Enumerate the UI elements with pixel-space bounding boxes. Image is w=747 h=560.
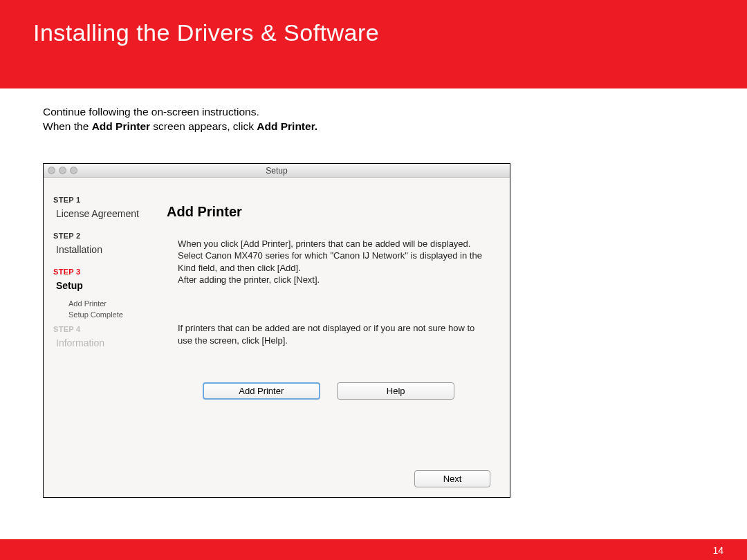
step-2-label: STEP 2 bbox=[53, 232, 146, 240]
body-area: Continue following the on-screen instruc… bbox=[0, 88, 747, 498]
minimize-icon[interactable] bbox=[59, 167, 66, 174]
traffic-lights bbox=[48, 167, 77, 174]
wizard-sidebar: STEP 1 License Agreement STEP 2 Installa… bbox=[44, 178, 153, 497]
step-3-substeps: Add Printer Setup Complete bbox=[68, 298, 146, 321]
step-4-label: STEP 4 bbox=[53, 325, 146, 333]
close-icon[interactable] bbox=[48, 167, 55, 174]
slide: Installing the Drivers & Software Contin… bbox=[0, 0, 747, 560]
step-2-title: Installation bbox=[56, 244, 146, 255]
wizard-content: Add Printer When you click [Add Printer]… bbox=[153, 178, 510, 497]
help-button[interactable]: Help bbox=[337, 382, 454, 400]
text-fragment: screen appears, click bbox=[150, 120, 257, 132]
add-printer-button[interactable]: Add Printer bbox=[203, 382, 320, 400]
instruction-line-2: When the Add Printer screen appears, cli… bbox=[43, 120, 706, 134]
step-3-label: STEP 3 bbox=[53, 268, 146, 276]
step-3-title: Setup bbox=[56, 280, 146, 291]
page-number: 14 bbox=[712, 545, 723, 556]
bold-add-printer-2: Add Printer. bbox=[257, 120, 317, 132]
substep-add-printer: Add Printer bbox=[68, 298, 146, 310]
step-1-title: License Agreement bbox=[56, 208, 146, 219]
page-title: Installing the Drivers & Software bbox=[33, 19, 714, 46]
instruction-line-1: Continue following the on-screen instruc… bbox=[43, 105, 706, 120]
header-bar: Installing the Drivers & Software bbox=[0, 0, 747, 88]
content-heading: Add Printer bbox=[167, 204, 490, 220]
button-row: Add Printer Help bbox=[167, 382, 490, 400]
next-row: Next bbox=[407, 470, 497, 487]
window-body: STEP 1 License Agreement STEP 2 Installa… bbox=[44, 178, 510, 497]
next-button[interactable]: Next bbox=[414, 470, 490, 487]
step-1-label: STEP 1 bbox=[53, 196, 146, 204]
content-paragraph-2: If printers that can be added are not di… bbox=[167, 322, 490, 346]
setup-window: Setup STEP 1 License Agreement STEP 2 In… bbox=[43, 163, 510, 498]
window-title: Setup bbox=[266, 166, 287, 176]
text-fragment: When the bbox=[43, 120, 92, 132]
zoom-icon[interactable] bbox=[70, 167, 77, 174]
window-titlebar: Setup bbox=[44, 164, 510, 178]
footer-bar: 14 bbox=[0, 539, 747, 560]
bold-add-printer-1: Add Printer bbox=[92, 120, 150, 132]
content-paragraph-1: When you click [Add Printer], printers t… bbox=[167, 238, 490, 286]
substep-setup-complete: Setup Complete bbox=[68, 309, 146, 321]
step-4-title: Information bbox=[56, 337, 146, 348]
